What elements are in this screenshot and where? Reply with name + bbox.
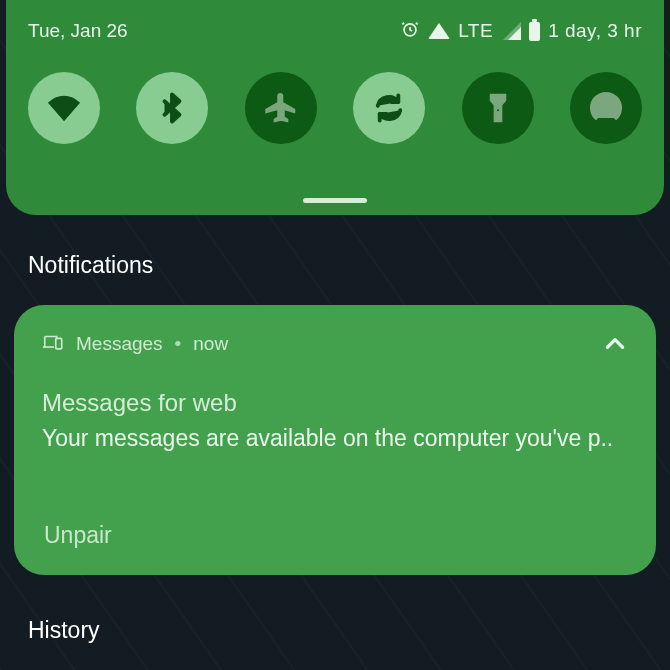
notification-action-unpair[interactable]: Unpair — [44, 522, 112, 549]
status-icons: LTE 1 day, 3 hr — [400, 19, 642, 44]
battery-icon — [529, 22, 540, 41]
notification-header: Messages • now — [42, 331, 628, 357]
qs-tile-flashlight[interactable] — [462, 72, 534, 144]
notification-body: Your messages are available on the compu… — [42, 423, 628, 454]
quick-settings-tiles — [28, 72, 642, 144]
qs-tile-airplane[interactable] — [245, 72, 317, 144]
wifi-status-icon — [428, 22, 450, 40]
collapse-icon[interactable] — [602, 331, 628, 357]
section-header-history: History — [28, 617, 100, 644]
qs-tile-rotate[interactable] — [353, 72, 425, 144]
cell-signal-icon — [501, 22, 521, 40]
notification-title: Messages for web — [42, 389, 628, 417]
alarm-icon — [400, 19, 420, 44]
qs-tile-bluetooth[interactable] — [136, 72, 208, 144]
network-type: LTE — [458, 20, 493, 42]
svg-rect-3 — [56, 338, 62, 349]
status-date: Tue, Jan 26 — [28, 20, 128, 42]
qs-tile-hotspot[interactable] — [570, 72, 642, 144]
notification-card-messages[interactable]: Messages • now Messages for web Your mes… — [14, 305, 656, 575]
quick-settings-panel: Tue, Jan 26 LTE 1 day, 3 hr — [6, 0, 664, 215]
qs-tile-wifi[interactable] — [28, 72, 100, 144]
separator-dot: • — [175, 333, 182, 355]
devices-icon — [42, 332, 64, 357]
notification-time: now — [193, 333, 228, 355]
notification-app-name: Messages — [76, 333, 163, 355]
battery-text: 1 day, 3 hr — [548, 20, 642, 42]
panel-drag-handle[interactable] — [303, 198, 367, 203]
section-header-notifications: Notifications — [28, 252, 153, 279]
svg-point-1 — [496, 108, 500, 112]
status-bar: Tue, Jan 26 LTE 1 day, 3 hr — [28, 0, 642, 62]
